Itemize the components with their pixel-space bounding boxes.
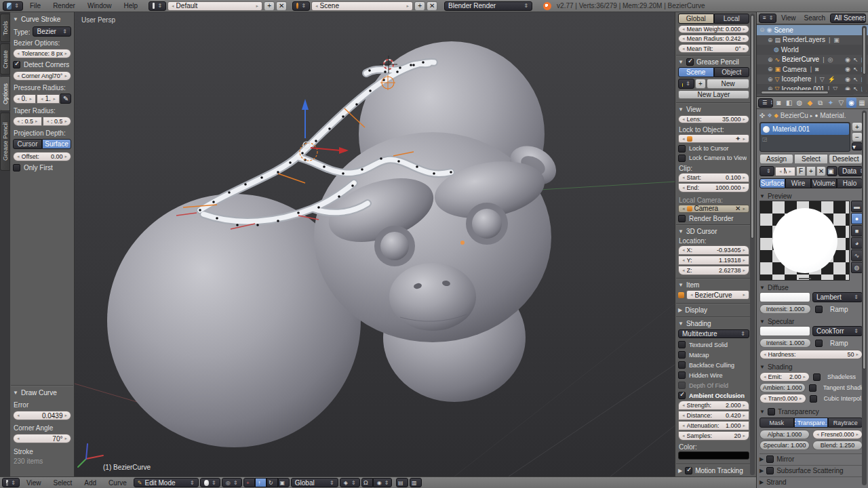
eye-icon[interactable]: ◉ (845, 56, 850, 63)
ambient-slider[interactable]: Ambien: 1.000 (760, 383, 806, 392)
tab-world[interactable]: ◍ (795, 98, 804, 108)
gp-scene-button[interactable]: Scene (678, 67, 714, 77)
lock-to-object-field[interactable]: ✦ (678, 134, 749, 142)
display-panel-header[interactable]: ▶Display (678, 306, 749, 314)
outliner-row-beziercurve[interactable]: ⊕∿BezierCurve|◎ ◉↖▣ (757, 55, 868, 65)
unlink-material-button[interactable]: ✕ (816, 166, 826, 176)
pressure-min-field[interactable]: 0.0 (13, 94, 36, 104)
outliner-h-scrollbar[interactable] (760, 90, 854, 95)
opengl-render-anim-button[interactable]: ▥ (410, 478, 422, 487)
manipulator-scale-button[interactable]: ▣ (278, 478, 290, 487)
fake-user-button[interactable]: F (796, 166, 806, 176)
viewport-shading-dropdown[interactable] (200, 478, 220, 487)
mean-weight-slider[interactable]: Mean Weight:0.000 (678, 25, 749, 33)
outliner-scenes-filter-dropdown[interactable]: All Scenes (830, 14, 866, 23)
material-slot-list[interactable]: Material.001 ◲ (760, 122, 850, 152)
detect-corners-checkbox[interactable] (13, 61, 20, 68)
ao-strength-slider[interactable]: Strength:2.000 (678, 401, 749, 410)
specular-panel-header[interactable]: ▼Specular (760, 317, 863, 326)
lock-camera-checkbox[interactable] (678, 155, 686, 162)
viewport-editor-type-button[interactable] (2, 478, 20, 487)
stylus-pressure-button[interactable]: ✎ (60, 94, 71, 104)
n-panel-scrollbar[interactable] (750, 14, 755, 475)
properties-scrollbar[interactable] (862, 110, 867, 485)
add-material-slot-button[interactable]: + (852, 122, 863, 131)
properties-editor-type-button[interactable]: ☰ (758, 98, 773, 108)
mode-dropdown[interactable]: ✎Edit Mode (134, 478, 199, 487)
outliner-row-world[interactable]: ◍World (757, 45, 868, 55)
grease-pencil-checkbox[interactable] (686, 58, 694, 66)
taper-max-field[interactable]: : 0.50 (43, 117, 72, 126)
tab-data[interactable]: ▽ (836, 98, 846, 108)
snap-element-dropdown[interactable]: ◈ (340, 478, 360, 487)
cursor3d-panel-header[interactable]: ▼3D Cursor (678, 227, 749, 236)
diffuse-color-swatch[interactable] (760, 292, 810, 302)
emit-slider[interactable]: Emit:2.00 (760, 372, 810, 382)
nodes-icon[interactable]: ❖ (767, 113, 772, 119)
tab-scene[interactable]: ◧ (784, 98, 793, 108)
opengl-render-button[interactable]: ▤ (396, 478, 408, 487)
lens-slider[interactable]: Lens:35.000 (678, 115, 749, 123)
screen-layout-field[interactable]: Default (167, 1, 262, 11)
preview-monkey-button[interactable]: ◕ (851, 237, 863, 249)
specular-color-swatch[interactable] (760, 326, 810, 336)
diffuse-ramp-checkbox[interactable] (815, 306, 823, 313)
select-arrow-icon[interactable]: ↖ (853, 56, 859, 63)
shadeless-checkbox[interactable] (813, 373, 821, 381)
corner-angle-slider[interactable]: Corner Angle:70° (13, 71, 71, 81)
taper-min-field[interactable]: : 0.50 (13, 117, 42, 126)
error-slider[interactable]: 0.0439 (13, 411, 71, 420)
outliner-row-scene[interactable]: ⊖◉Scene (757, 25, 868, 35)
gp-datablock-icon-dropdown[interactable] (678, 79, 694, 89)
outliner-v-scrollbar[interactable] (862, 26, 867, 92)
deselect-button[interactable]: Deselect (829, 154, 863, 164)
assign-button[interactable]: Assign (760, 154, 793, 164)
crumb-material-label[interactable]: Material. (820, 112, 846, 119)
screen-layout-icon-dropdown[interactable] (149, 1, 166, 11)
tab-create[interactable]: Create (0, 43, 10, 75)
mean-radius-slider[interactable]: Mean Radius:0.242 (678, 35, 749, 43)
preview-flat-button[interactable]: ▬ (851, 201, 863, 212)
projection-surface-button[interactable]: Surface (42, 139, 71, 149)
sss-checkbox[interactable] (766, 467, 774, 474)
ao-attenuation-slider[interactable]: Attenuation:1.000 (678, 421, 749, 430)
app-logo-menu[interactable] (3, 1, 23, 11)
manipulator-translate-button[interactable]: ↑ (255, 478, 267, 487)
halo-type-button[interactable]: Halo (837, 178, 863, 188)
crumb-object-label[interactable]: BezierCu (781, 112, 808, 119)
mask-button[interactable]: Mask (760, 418, 794, 428)
menu-file[interactable]: File (24, 2, 46, 9)
scene-field[interactable]: Scene (311, 1, 413, 11)
material-browse-dropdown[interactable] (760, 166, 774, 176)
mirror-panel-header[interactable]: ▶Mirror (760, 453, 863, 463)
tab-material[interactable]: ◉ (846, 98, 856, 108)
close-scene-button[interactable]: ✕ (427, 1, 437, 11)
corner-angle-slider-redo[interactable]: 70° (13, 434, 71, 443)
pin-icon[interactable]: ✜ (760, 112, 765, 119)
local-tab[interactable]: Local (714, 14, 750, 24)
pressure-max-field[interactable]: 1.5 (37, 94, 60, 104)
render-engine-dropdown[interactable]: Blender Render (444, 1, 532, 11)
tolerance-slider[interactable]: Tolerance:8 px (13, 49, 71, 58)
ztransparency-button[interactable]: Z Transpare... (794, 418, 829, 428)
shading-panel-header[interactable]: ▼Shading (760, 362, 863, 371)
clear-camera-icon[interactable]: ✕ (735, 205, 741, 212)
disclosure-icon[interactable]: ⊕ (768, 76, 773, 83)
curve-menu[interactable]: Curve (103, 479, 132, 487)
slot-drag-grip-icon[interactable]: ◲ (762, 136, 768, 142)
material-specials-button[interactable]: ▾ (852, 142, 863, 150)
tab-tools[interactable]: Tools (0, 14, 10, 42)
specular-model-dropdown[interactable]: CookTorr (812, 326, 863, 336)
draw-curve-panel-header[interactable]: ▼Draw Curve (13, 388, 71, 398)
mirror-checkbox[interactable] (766, 455, 774, 463)
item-name-field[interactable]: BezierCurve (686, 290, 749, 300)
preview-cube-button[interactable]: ■ (851, 225, 863, 237)
disclosure-icon[interactable]: ⊖ (760, 26, 765, 33)
menu-window[interactable]: Window (82, 2, 117, 9)
tab-modifiers[interactable]: ✦ (826, 98, 835, 108)
outliner-editor-type-button[interactable]: ≡ (759, 14, 776, 23)
tab-constraints[interactable]: ⧉ (815, 98, 825, 108)
preview-hair-button[interactable]: ∿ (851, 249, 863, 261)
motion-tracking-checkbox[interactable] (685, 467, 692, 474)
alpha-slider[interactable]: Alpha: 1.000 (760, 430, 810, 439)
